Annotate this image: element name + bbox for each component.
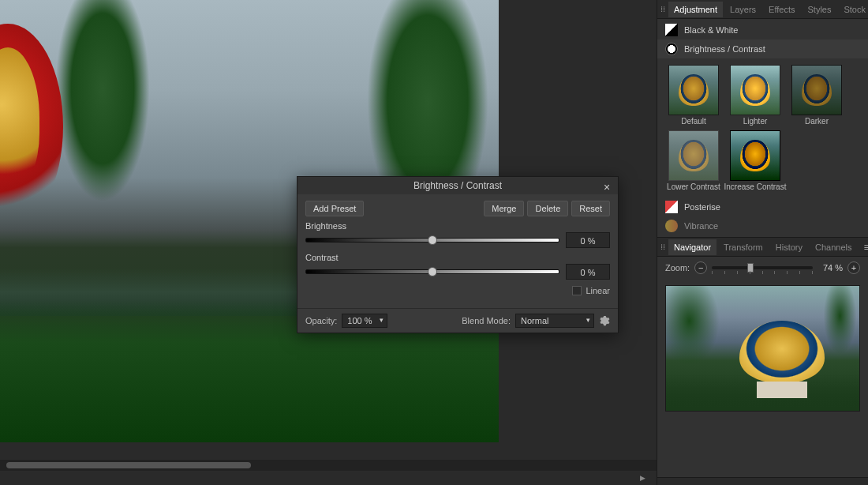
tab-navigator[interactable]: Navigator xyxy=(668,239,716,255)
dialog-title-text: Brightness / Contrast xyxy=(413,180,502,191)
tab-channels[interactable]: Channels xyxy=(810,239,857,255)
vibrance-icon xyxy=(665,220,678,232)
adjustment-tab-bar: ⁞⁞ Adjustment Layers Effects Styles Stoc… xyxy=(657,0,868,19)
sidebar-bottom-scroll[interactable] xyxy=(657,477,868,485)
reset-button[interactable]: Reset xyxy=(571,201,610,216)
linear-checkbox[interactable] xyxy=(572,286,582,295)
tab-history[interactable]: History xyxy=(770,239,808,255)
preset-thumbnail xyxy=(668,65,719,115)
zoom-slider[interactable] xyxy=(712,266,813,269)
adjustment-posterise[interactable]: Posterise xyxy=(657,197,868,216)
preset-label: Lighter xyxy=(743,117,768,126)
delete-button[interactable]: Delete xyxy=(527,201,568,216)
preset-thumbnail xyxy=(730,130,780,181)
close-icon[interactable]: × xyxy=(600,179,613,191)
preset-label: Lower Contrast xyxy=(667,182,720,191)
contrast-slider[interactable] xyxy=(305,269,559,274)
panel-handle-icon[interactable]: ⁞⁞ xyxy=(660,5,667,13)
preset-label: Darker xyxy=(805,117,829,126)
posterise-icon xyxy=(665,201,678,213)
zoom-value: 74 % xyxy=(817,263,843,273)
tab-adjustment[interactable]: Adjustment xyxy=(668,2,723,17)
brightness-contrast-dialog: Brightness / Contrast × Add Preset Merge… xyxy=(297,176,619,333)
adjustment-vibrance[interactable]: Vibrance xyxy=(657,216,868,235)
navigator-panel: ⁞⁞ Navigator Transform History Channels … xyxy=(657,237,868,418)
preset-label: Increase Contrast xyxy=(724,182,787,191)
presets-grid: Default Lighter Darker Lower Contrast In… xyxy=(657,60,868,196)
tab-effects[interactable]: Effects xyxy=(763,2,800,17)
brightness-contrast-icon xyxy=(665,43,678,55)
brightness-slider[interactable] xyxy=(305,238,559,242)
merge-button[interactable]: Merge xyxy=(484,201,524,216)
dialog-titlebar[interactable]: Brightness / Contrast × xyxy=(297,177,618,194)
blend-mode-dropdown[interactable]: Normal xyxy=(515,314,594,328)
preset-thumbnail xyxy=(668,130,719,181)
adjustment-label: Brightness / Contrast xyxy=(684,44,765,54)
black-white-icon xyxy=(665,24,678,36)
brightness-slider-thumb[interactable] xyxy=(428,235,437,245)
right-sidebar: ⁞⁞ Adjustment Layers Effects Styles Stoc… xyxy=(657,0,868,485)
preset-default[interactable]: Default xyxy=(665,65,722,126)
zoom-in-button[interactable]: + xyxy=(847,261,860,274)
zoom-out-button[interactable]: − xyxy=(694,261,707,274)
zoom-label: Zoom: xyxy=(665,263,690,273)
tab-stock[interactable]: Stock xyxy=(838,2,868,17)
adjustment-brightness-contrast[interactable]: Brightness / Contrast xyxy=(657,39,868,58)
tab-transform[interactable]: Transform xyxy=(718,239,769,255)
opacity-dropdown[interactable]: 100 % xyxy=(342,314,387,328)
adjustment-label: Black & White xyxy=(684,25,738,35)
adjustment-label: Vibrance xyxy=(684,221,718,231)
navigator-tab-bar: ⁞⁞ Navigator Transform History Channels … xyxy=(657,238,868,257)
preset-lighter[interactable]: Lighter xyxy=(727,65,784,126)
tab-layers[interactable]: Layers xyxy=(724,2,761,17)
gear-icon[interactable] xyxy=(599,315,610,326)
adjustment-label: Posterise xyxy=(684,202,720,212)
preset-increase-contrast[interactable]: Increase Contrast xyxy=(727,130,784,191)
opacity-label: Opacity: xyxy=(305,316,337,325)
panel-menu-icon[interactable]: ≡ xyxy=(859,241,868,254)
linear-label: Linear xyxy=(586,286,610,295)
tab-styles[interactable]: Styles xyxy=(803,2,837,17)
add-preset-button[interactable]: Add Preset xyxy=(305,201,364,216)
brightness-label: Brightness xyxy=(305,221,610,231)
image-content xyxy=(0,24,63,229)
preset-lower-contrast[interactable]: Lower Contrast xyxy=(665,130,722,191)
blend-mode-label: Blend Mode: xyxy=(462,316,511,325)
panel-handle-icon[interactable]: ⁞⁞ xyxy=(660,242,667,251)
preset-label: Default xyxy=(681,117,706,126)
contrast-slider-thumb[interactable] xyxy=(428,267,437,276)
navigator-preview[interactable] xyxy=(665,285,860,412)
contrast-label: Contrast xyxy=(305,253,610,262)
contrast-value[interactable]: 0 % xyxy=(566,264,610,280)
preset-darker[interactable]: Darker xyxy=(788,65,845,126)
adjustment-black-white[interactable]: Black & White xyxy=(657,21,868,39)
image-content xyxy=(47,0,158,221)
scroll-right-arrow[interactable]: ▶ xyxy=(640,474,645,482)
brightness-value[interactable]: 0 % xyxy=(566,232,610,248)
scrollbar-thumb[interactable] xyxy=(6,462,251,468)
preset-thumbnail xyxy=(791,65,842,115)
horizontal-scrollbar[interactable] xyxy=(0,460,657,471)
preset-thumbnail xyxy=(730,65,780,115)
